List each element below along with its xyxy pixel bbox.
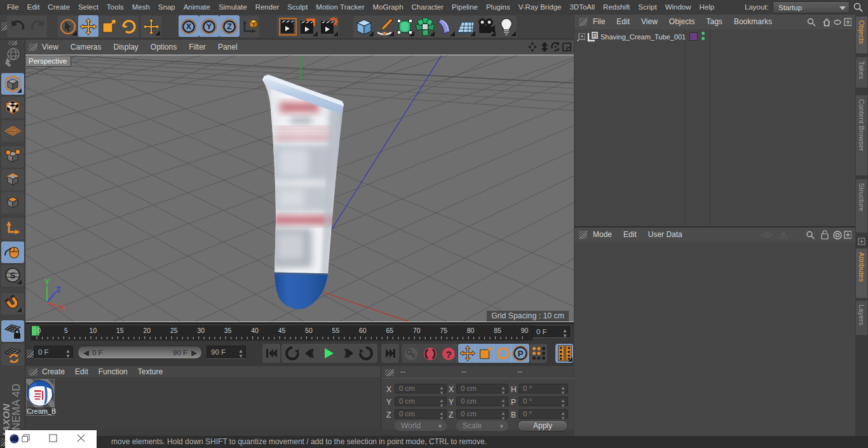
svg-text:15: 15: [116, 327, 124, 334]
svg-text:0: 0: [37, 327, 41, 334]
svg-text:S: S: [10, 271, 16, 280]
svg-text:60: 60: [359, 327, 367, 334]
svg-text:Y: Y: [44, 278, 50, 287]
svg-text:25: 25: [170, 327, 178, 334]
svg-text:55: 55: [332, 327, 340, 334]
svg-text:65: 65: [386, 327, 394, 334]
svg-text:?: ?: [445, 349, 451, 360]
svg-text:45: 45: [278, 327, 286, 334]
svg-text:75: 75: [440, 327, 447, 334]
svg-text:X: X: [60, 304, 65, 313]
svg-text:0: 0: [593, 32, 597, 39]
svg-text:Z: Z: [227, 22, 232, 31]
svg-text:20: 20: [144, 327, 151, 334]
svg-text:Z: Z: [56, 285, 60, 294]
svg-text:X: X: [186, 22, 192, 31]
svg-text:30: 30: [197, 327, 205, 334]
svg-text:40: 40: [251, 327, 259, 334]
svg-text:Y: Y: [207, 22, 212, 31]
svg-text:35: 35: [224, 327, 232, 334]
svg-text:5: 5: [64, 327, 68, 334]
svg-text:80: 80: [467, 327, 475, 334]
svg-text:10: 10: [90, 327, 97, 334]
svg-text:70: 70: [413, 327, 421, 334]
svg-text:50: 50: [305, 327, 313, 334]
svg-text:P: P: [518, 349, 524, 358]
svg-text:85: 85: [494, 327, 501, 334]
svg-text:90: 90: [521, 327, 529, 334]
